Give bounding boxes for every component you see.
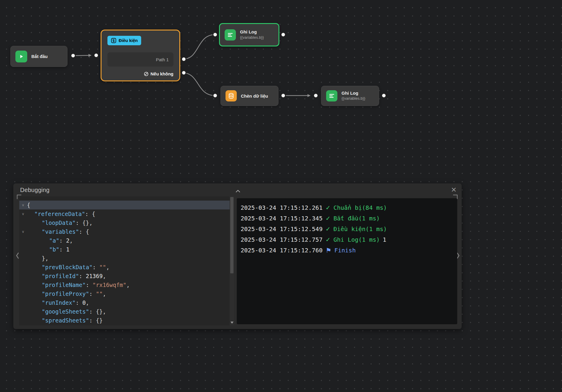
log-entry: 2025-03-24 17:15:12.757✓Ghi Log(1 ms)1 [241, 234, 457, 245]
json-line-text: "prevBlockData": "", [27, 263, 109, 272]
json-line-text: "b": 1 [27, 245, 70, 254]
json-line-text: "a": 2, [27, 236, 73, 245]
port-log-bottom-in[interactable] [314, 93, 318, 98]
log-extra-value: 1 [383, 236, 386, 243]
panel-title: Debugging [20, 187, 49, 193]
json-tree-row[interactable]: ∨{ [19, 201, 234, 209]
json-line-text: "profileProxy": "", [27, 289, 106, 298]
node-start-label: Bắt đầu [31, 54, 48, 59]
json-tree-row[interactable]: "profileProxy": "", [19, 289, 234, 298]
port-condition-in[interactable] [94, 53, 99, 58]
log-message: Chuẩn bị(84 ms) [334, 204, 387, 211]
edge-condition-path1-to-log[interactable] [184, 35, 215, 59]
collapse-caret-icon[interactable]: ∨ [19, 227, 27, 236]
chevron-up-icon[interactable] [235, 189, 241, 193]
log-entry: 2025-03-24 17:15:12.549✓Điều kiện(1 ms) [241, 224, 457, 234]
log-entry: 2025-03-24 17:15:12.261✓Chuẩn bị(84 ms) [241, 202, 457, 213]
json-tree-row[interactable]: "a": 2, [19, 236, 234, 245]
json-tree-row[interactable]: "prevBlockData": "", [19, 263, 234, 272]
scrollbar[interactable] [230, 196, 234, 325]
json-tree-row[interactable]: "loopData": {}, [19, 218, 234, 227]
log-icon [326, 90, 337, 101]
json-tree-row[interactable]: "profileName": "rx16wqfm", [19, 280, 234, 289]
close-icon[interactable]: × [451, 185, 456, 194]
node-insert-label: Chèn dữ liệu [241, 93, 268, 99]
json-tree-row[interactable]: "b": 1 [19, 245, 234, 254]
play-icon [15, 51, 27, 62]
port-insert-out[interactable] [281, 93, 286, 98]
json-tree-row[interactable]: "runIndex": 0, [19, 298, 234, 307]
condition-badge-label: Điều kiện [119, 38, 138, 43]
node-insert-data[interactable]: Chèn dữ liệu [220, 86, 278, 106]
debugging-panel: Debugging × ∨{∨"referenceData": {"loopDa… [13, 183, 462, 329]
run-log[interactable]: 2025-03-24 17:15:12.261✓Chuẩn bị(84 ms)2… [237, 198, 457, 324]
json-line-text: { [27, 201, 30, 209]
json-tree-row[interactable]: ∨"variables": { [19, 227, 234, 236]
json-line-text: "variables": { [27, 227, 89, 236]
node-condition[interactable]: Điều kiện Path 1 Nếu không [101, 30, 180, 81]
json-line-text: "googleSheets": {}, [27, 307, 106, 316]
slash-circle-icon [144, 72, 149, 76]
log-message: Điều kiện(1 ms) [334, 225, 387, 233]
scroll-down-icon[interactable] [230, 320, 234, 325]
log-message: Ghi Log(1 ms) [334, 236, 380, 243]
json-tree-row[interactable]: "profileId": 21369, [19, 272, 234, 280]
log-entry: 2025-03-24 17:15:12.760⚑Finish [241, 245, 457, 256]
node-log-top-subtitle: {{variables.b}} [240, 35, 264, 40]
edge-start-to-condition[interactable] [73, 55, 91, 56]
port-log-top-in[interactable] [213, 33, 218, 37]
log-message: Bắt đầu(1 ms) [334, 215, 380, 222]
json-line-text: }, [27, 254, 49, 263]
condition-else-label: Nếu không [151, 71, 174, 76]
node-log-bottom-subtitle: {{variables.b}} [342, 96, 365, 101]
log-timestamp: 2025-03-24 17:15:12.345 [241, 215, 323, 222]
port-log-bottom-out[interactable] [382, 93, 386, 98]
json-line-text: "referenceData": { [27, 209, 95, 218]
check-icon: ✓ [326, 236, 331, 243]
port-insert-in[interactable] [213, 93, 218, 98]
node-log-bottom[interactable]: Ghi Log {{variables.b}} [321, 86, 379, 106]
condition-else-row[interactable]: Nếu không [144, 71, 174, 76]
json-line-text: "profileId": 21369, [27, 272, 106, 280]
json-tree-row[interactable]: "googleSheets": {}, [19, 307, 234, 316]
check-icon: ✓ [326, 215, 331, 222]
condition-path-row[interactable]: Path 1 [107, 52, 173, 67]
check-icon: ✓ [326, 225, 331, 233]
log-timestamp: 2025-03-24 17:15:12.261 [241, 204, 323, 211]
collapse-caret-icon[interactable]: ∨ [19, 209, 27, 218]
collapse-caret-icon[interactable]: ∨ [19, 201, 27, 209]
json-tree-viewer[interactable]: ∨{∨"referenceData": {"loopData": {},∨"va… [19, 196, 234, 325]
flow-canvas[interactable]: Bắt đầu Điều kiện Path 1 Nếu [0, 0, 562, 392]
port-condition-else-out[interactable] [182, 71, 186, 75]
condition-icon [111, 38, 116, 43]
node-log-top-title: Ghi Log [240, 29, 264, 35]
log-timestamp: 2025-03-24 17:15:12.757 [241, 236, 323, 243]
scrollbar-thumb[interactable] [230, 197, 234, 273]
json-rows: ∨{∨"referenceData": {"loopData": {},∨"va… [19, 201, 234, 325]
port-condition-path1-out[interactable] [182, 57, 186, 62]
json-line-text: "spreadSheets": {} [27, 316, 103, 325]
port-log-top-out[interactable] [281, 33, 286, 37]
edge-condition-else-to-insert[interactable] [184, 73, 215, 96]
log-entry: 2025-03-24 17:15:12.345✓Bắt đầu(1 ms) [241, 213, 457, 224]
node-log-top[interactable]: Ghi Log {{variables.b}} [219, 23, 279, 46]
log-timestamp: 2025-03-24 17:15:12.549 [241, 225, 323, 233]
database-icon [226, 90, 237, 101]
json-line-text: "profileName": "rx16wqfm", [27, 280, 130, 289]
json-tree-row[interactable]: }, [19, 254, 234, 263]
port-start-out[interactable] [71, 54, 75, 58]
condition-badge[interactable]: Điều kiện [107, 36, 141, 45]
log-message: Finish [334, 247, 356, 254]
node-log-bottom-title: Ghi Log [342, 91, 365, 96]
check-icon: ✓ [326, 204, 331, 211]
json-tree-row[interactable]: "spreadSheets": {} [19, 316, 234, 325]
log-icon [225, 29, 236, 41]
json-tree-row[interactable]: ∨"referenceData": { [19, 209, 234, 218]
json-line-text: "runIndex": 0, [27, 298, 89, 307]
log-timestamp: 2025-03-24 17:15:12.760 [241, 247, 323, 254]
json-line-text: "loopData": {}, [27, 218, 93, 227]
node-start[interactable]: Bắt đầu [10, 46, 67, 67]
flag-icon: ⚑ [326, 247, 331, 254]
condition-path-label: Path 1 [156, 57, 169, 62]
